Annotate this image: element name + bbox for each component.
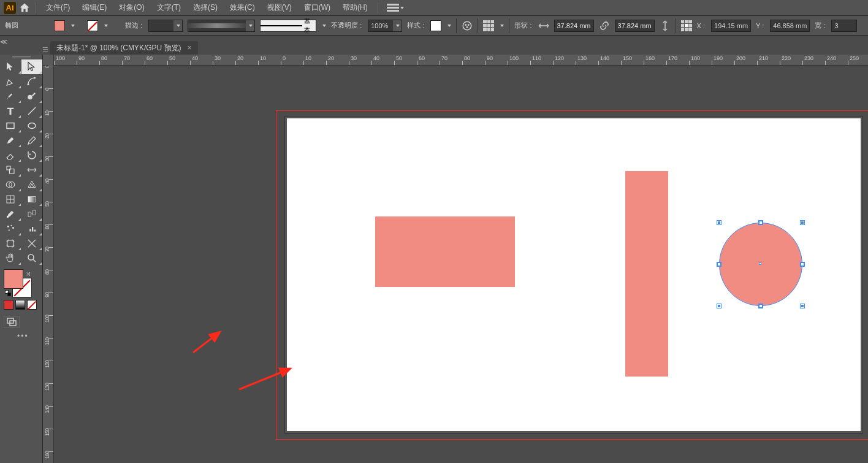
menu-select[interactable]: 选择(S) <box>188 1 223 14</box>
active-tool-name: 椭圆 <box>5 21 18 30</box>
arrange-documents-button[interactable] <box>383 2 404 13</box>
width-link-icon[interactable] <box>538 20 549 31</box>
menu-file[interactable]: 文件(F) <box>41 1 75 14</box>
height-link-icon[interactable] <box>660 20 671 31</box>
tool-mesh[interactable] <box>0 192 21 207</box>
shape-height-input[interactable]: 37.824 mm <box>615 20 655 32</box>
color-mode-color[interactable] <box>4 300 13 310</box>
menu-object[interactable]: 对象(O) <box>114 1 149 14</box>
chevron-down-icon[interactable] <box>322 25 326 27</box>
tool-slice[interactable] <box>21 236 43 251</box>
fill-color-swatch[interactable] <box>4 269 23 289</box>
wide-input[interactable]: 3 <box>831 20 857 32</box>
artboard[interactable] <box>287 118 861 431</box>
tool-pencil[interactable] <box>21 133 43 148</box>
document-tab[interactable]: 未标题-1* @ 100% (CMYK/GPU 预览) × <box>50 41 198 55</box>
menu-window[interactable]: 窗口(W) <box>299 1 335 14</box>
tool-eyedropper[interactable] <box>0 207 21 221</box>
svg-rect-10 <box>7 166 10 170</box>
menu-view[interactable]: 视图(V) <box>262 1 297 14</box>
tool-gradient[interactable] <box>21 192 43 207</box>
tool-selection[interactable] <box>0 59 21 74</box>
tool-eraser[interactable] <box>0 148 21 163</box>
ruler-tick: 110 <box>43 338 54 361</box>
stroke-profile-dropdown[interactable] <box>188 20 255 32</box>
home-icon[interactable] <box>18 2 31 14</box>
menu-type[interactable]: 文字(T) <box>152 1 186 14</box>
link-icon[interactable] <box>599 20 610 31</box>
color-mode-none[interactable] <box>27 300 37 310</box>
transform-reference-icon[interactable] <box>681 20 692 31</box>
tool-scale[interactable] <box>0 163 21 177</box>
screen-mode-button[interactable] <box>4 316 20 328</box>
recolor-icon[interactable] <box>462 20 473 31</box>
chevron-down-icon[interactable] <box>71 25 75 27</box>
tool-blend[interactable] <box>21 207 43 221</box>
tool-brush[interactable] <box>0 89 21 104</box>
tool-perspective[interactable] <box>21 177 43 192</box>
tool-type[interactable] <box>0 104 21 118</box>
ruler-vertical[interactable]: 0010203040506070809010011012013014015016… <box>43 66 54 463</box>
close-icon[interactable]: × <box>188 44 192 52</box>
tool-paintbrush[interactable] <box>0 133 21 148</box>
canvas-area[interactable] <box>54 66 868 463</box>
stroke-swatch[interactable] <box>87 20 98 31</box>
default-fill-stroke-icon[interactable] <box>5 290 11 296</box>
graphic-style-swatch[interactable] <box>430 20 441 31</box>
tool-rotate[interactable] <box>21 148 43 163</box>
ruler-tick: 150 <box>621 55 639 66</box>
ruler-horizontal[interactable]: 1009080706050403020100102030405060708090… <box>54 55 868 66</box>
fill-swatch[interactable] <box>54 20 65 31</box>
tool-hand[interactable] <box>0 251 21 266</box>
fill-stroke-control[interactable]: ⤭ <box>4 269 32 297</box>
tool-zoom[interactable] <box>21 251 43 266</box>
opacity-input[interactable]: 100% <box>368 20 402 32</box>
ruler-tick: 90 <box>485 55 503 66</box>
y-input[interactable]: 46.858 mm <box>770 20 810 32</box>
tool-rectangle[interactable] <box>0 118 21 133</box>
tool-ellipse[interactable] <box>21 118 43 133</box>
ruler-tick: 250 <box>848 55 866 66</box>
stroke-weight-input[interactable] <box>148 20 183 32</box>
ruler-tick: 100 <box>508 55 526 66</box>
tool-artboard[interactable] <box>0 236 21 251</box>
color-mode-gradient[interactable] <box>15 300 25 310</box>
panel-grip-icon[interactable] <box>0 55 42 59</box>
more-tools-icon[interactable]: ••• <box>17 332 42 340</box>
tool-blob-brush[interactable] <box>21 89 43 104</box>
ruler-origin[interactable] <box>43 55 54 66</box>
x-input[interactable]: 194.15 mm <box>711 20 751 32</box>
menu-help[interactable]: 帮助(H) <box>338 1 373 14</box>
shape-width-input[interactable]: 37.824 mm <box>554 20 594 32</box>
ruler-tick: 0 <box>281 55 299 66</box>
tool-line[interactable] <box>21 104 43 118</box>
tool-curvature[interactable] <box>21 74 43 89</box>
rectangle-shape-2[interactable] <box>625 171 668 377</box>
panel-collapse-grip[interactable]: ≪ <box>0 36 7 48</box>
swap-fill-stroke-icon[interactable]: ⤭ <box>26 270 31 277</box>
chevron-down-icon[interactable] <box>447 25 451 27</box>
chevron-down-icon <box>177 25 180 27</box>
svg-line-19 <box>31 213 32 215</box>
svg-line-26 <box>33 259 36 262</box>
tool-symbol-sprayer[interactable] <box>0 221 21 236</box>
chevron-down-icon[interactable] <box>500 25 504 27</box>
ruler-tick: 10 <box>43 111 54 134</box>
wide-label: 宽 : <box>815 21 825 30</box>
tool-direct-selection[interactable] <box>21 59 43 74</box>
svg-point-4 <box>27 83 29 85</box>
tool-graph[interactable] <box>21 221 43 236</box>
svg-point-22 <box>12 227 14 229</box>
tool-pen[interactable] <box>0 74 21 89</box>
rectangle-shape-1[interactable] <box>375 216 515 287</box>
menu-edit[interactable]: 编辑(E) <box>77 1 112 14</box>
ruler-tick: 40 <box>43 179 54 202</box>
brush-definition-dropdown[interactable]: 基本 <box>260 20 316 32</box>
align-panel-icon[interactable] <box>483 20 494 31</box>
tab-grip-icon[interactable] <box>43 44 48 55</box>
tool-shape-builder[interactable] <box>0 177 21 192</box>
tool-width[interactable] <box>21 163 43 177</box>
chevron-down-icon[interactable] <box>104 25 108 27</box>
menu-effect[interactable]: 效果(C) <box>225 1 260 14</box>
ruler-tick: 140 <box>43 406 54 429</box>
